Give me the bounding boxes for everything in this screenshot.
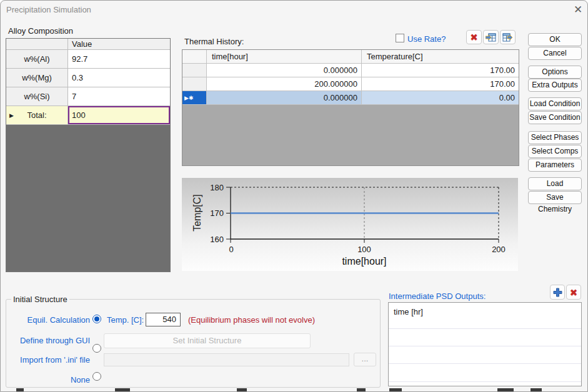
equilibrium-note: (Equilibrium phases will not evolve)	[188, 315, 315, 325]
table-row: 200.000000 170.00	[182, 77, 519, 91]
initial-structure-label: Initial Structure	[11, 295, 69, 304]
extra-outputs-button[interactable]: Extra Outputs	[528, 79, 582, 92]
table-row: w%(Si) 7	[6, 87, 170, 106]
time-cell[interactable]: 0.000000	[207, 91, 362, 104]
list-separator	[389, 346, 581, 346]
table-row-selected: ▶✱ 0.000000 0.00	[182, 91, 519, 105]
option-import-ini-label: Import from '.ini' file	[6, 355, 90, 365]
import-table-icon	[486, 33, 496, 42]
alloy-header-row: Value	[6, 39, 170, 50]
alloy-header-corner	[6, 39, 68, 49]
alloy-total-value-cell[interactable]: 100	[68, 106, 170, 124]
parameters-button[interactable]: Parameters	[528, 159, 582, 172]
alloy-row-label: w%(Mg)	[6, 69, 68, 87]
list-separator	[389, 328, 581, 329]
current-row-marker-icon: ▶	[9, 112, 14, 119]
temperature-cell[interactable]: 170.00	[362, 77, 519, 91]
psd-outputs-list[interactable]: time [hr]	[388, 302, 582, 386]
load-condition-button[interactable]: Load Condition	[528, 97, 582, 110]
temp-c-label: Temp. [C]:	[107, 315, 144, 325]
list-separator	[389, 381, 581, 382]
temp-c-input[interactable]: 540	[146, 313, 181, 326]
remove-psd-output-button[interactable]: ✖	[566, 285, 581, 300]
export-table-icon	[502, 33, 513, 42]
option-define-gui-label: Define through GUI	[6, 336, 90, 345]
select-phases-button[interactable]: Select Phases	[528, 131, 582, 144]
thermal-col-temperature: Temperature[C]	[362, 50, 519, 63]
import-ini-radio[interactable]	[92, 372, 101, 381]
table-row: w%(Al) 92.7	[6, 50, 170, 69]
alloy-total-label: ▶ Total:	[6, 106, 68, 124]
precipitation-simulation-dialog: Precipitation Simulation ✕ Alloy Composi…	[0, 0, 588, 392]
use-rate-checkbox[interactable]	[396, 34, 404, 42]
use-rate-label: Use Rate?	[407, 34, 446, 44]
row-header-cell[interactable]	[182, 77, 207, 91]
export-table-button[interactable]	[500, 30, 516, 44]
add-psd-output-button[interactable]	[550, 285, 565, 300]
browse-button[interactable]: ...	[354, 353, 376, 366]
close-icon[interactable]: ✕	[570, 2, 586, 17]
thermal-col-time: time[hour]	[207, 50, 362, 63]
thermal-history-label: Thermal History:	[184, 37, 244, 46]
alloy-row-label: w%(Si)	[6, 87, 68, 105]
x-tick-label: 100	[357, 245, 371, 254]
clipped-bottom-content	[357, 388, 366, 391]
alloy-total-row: ▶ Total: 100	[6, 106, 170, 125]
x-axis-label: time[hour]	[342, 256, 386, 267]
dialog-title: Precipitation Simulation	[6, 5, 91, 14]
chart-canvas: 180 170 160 0 100 200 time[hour] Temp[C]	[182, 178, 518, 271]
time-cell[interactable]: 0.000000	[207, 64, 362, 77]
equil-calculation-radio[interactable]	[92, 315, 101, 323]
clipped-bottom-content	[497, 388, 514, 391]
y-tick-label: 160	[210, 235, 224, 244]
alloy-row-label: w%(Al)	[6, 50, 68, 68]
cancel-button[interactable]: Cancel	[528, 47, 582, 60]
temperature-cell[interactable]: 170.00	[362, 64, 519, 77]
psd-list-header: time [hr]	[389, 303, 581, 316]
define-gui-radio[interactable]	[92, 344, 101, 353]
option-equil-calculation-label: Equil. Calculation	[6, 315, 90, 325]
save-chemistry-button[interactable]: Save Chemistry	[528, 191, 582, 204]
save-condition-button[interactable]: Save Condition	[528, 111, 582, 124]
clipped-bottom-content	[16, 388, 24, 391]
table-row: w%(Mg) 0.3	[6, 69, 170, 87]
time-cell[interactable]: 200.000000	[207, 77, 362, 91]
delete-row-button[interactable]: ✖	[466, 30, 482, 44]
thermal-profile-chart: 180 170 160 0 100 200 time[hour] Temp[C]	[182, 178, 518, 271]
clipped-bottom-content	[389, 388, 402, 391]
ok-button[interactable]: OK	[528, 33, 582, 46]
clipped-bottom-content	[115, 388, 130, 391]
thermal-history-table: time[hour] Temperature[C] 0.000000 170.0…	[182, 49, 519, 166]
temperature-cell[interactable]: 0.00	[362, 91, 519, 104]
y-tick-label: 180	[210, 183, 224, 192]
select-comps-button[interactable]: Select Comps	[528, 145, 582, 158]
load-chemistry-button[interactable]: Load Chemistry	[528, 177, 582, 190]
thermal-header-corner	[182, 50, 207, 63]
y-axis-label: Temp[C]	[192, 194, 202, 232]
alloy-header-value: Value	[68, 39, 170, 49]
alloy-composition-label: Alloy Composition	[8, 26, 73, 36]
psd-outputs-label: Intermediate PSD Outputs:	[389, 292, 486, 301]
thermal-header-row: time[hour] Temperature[C]	[182, 50, 519, 64]
options-button[interactable]: Options	[528, 66, 582, 79]
clipped-bottom-content	[237, 388, 247, 391]
alloy-composition-table: Value w%(Al) 92.7 w%(Mg) 0.3 w%(Si) 7 ▶ …	[6, 38, 171, 272]
x-tick-label: 0	[229, 245, 233, 254]
plus-icon	[553, 288, 562, 297]
alloy-total-text: Total:	[27, 110, 46, 120]
alloy-value-cell[interactable]: 92.7	[68, 50, 170, 68]
y-tick-label: 170	[210, 208, 224, 218]
import-table-button[interactable]	[483, 30, 499, 44]
option-none-label: None	[6, 375, 90, 385]
clipped-bottom-content	[531, 388, 542, 391]
delete-x-icon: ✖	[570, 288, 578, 297]
set-initial-structure-button[interactable]: Set Initial Structure	[104, 333, 311, 348]
delete-x-icon: ✖	[470, 32, 478, 42]
ini-file-path-input[interactable]	[104, 353, 349, 366]
alloy-value-cell[interactable]: 0.3	[68, 69, 170, 87]
alloy-value-cell[interactable]: 7	[68, 87, 170, 105]
table-row: 0.000000 170.00	[182, 64, 519, 77]
new-row-marker-icon[interactable]: ▶✱	[182, 91, 207, 104]
row-header-cell[interactable]	[182, 64, 207, 77]
list-separator	[389, 363, 581, 364]
